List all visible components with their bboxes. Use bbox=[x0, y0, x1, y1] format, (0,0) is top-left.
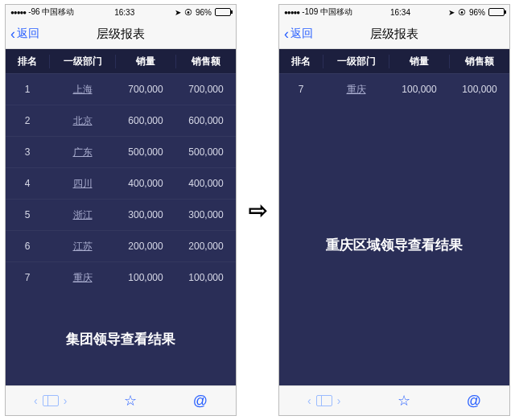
col-header-amt: 销售额 bbox=[175, 55, 236, 68]
nav-bar: ‹ 返回 层级报表 bbox=[279, 19, 509, 49]
arrow-icon: ⇨ bbox=[241, 197, 274, 224]
tabs-icon bbox=[43, 395, 59, 406]
cell-amt: 400,000 bbox=[175, 178, 236, 189]
col-header-rank: 排名 bbox=[279, 55, 323, 68]
col-header-dept: 一级部门 bbox=[49, 55, 115, 68]
table-row[interactable]: 6江苏200,000200,000 bbox=[6, 230, 236, 261]
cell-amt: 600,000 bbox=[175, 115, 236, 126]
toolbar-left[interactable]: ‹ › bbox=[307, 394, 340, 407]
alarm-icon: ⦿ bbox=[458, 8, 466, 17]
back-button[interactable]: ‹ 返回 bbox=[10, 27, 39, 41]
battery-percent: 96% bbox=[196, 8, 212, 17]
star-button[interactable]: ☆ bbox=[124, 392, 137, 410]
status-left: ●●●●● -96 中国移动 bbox=[10, 6, 74, 18]
cell-qty: 500,000 bbox=[115, 146, 175, 158]
table-body[interactable]: 7重庆100,000100,000 bbox=[279, 73, 509, 105]
back-label: 返回 bbox=[290, 27, 313, 41]
table-row[interactable]: 5浙江300,000300,000 bbox=[6, 199, 236, 230]
battery-icon bbox=[215, 8, 231, 16]
table-row[interactable]: 4四川400,000400,000 bbox=[6, 167, 236, 199]
carrier-text: -96 中国移动 bbox=[28, 6, 74, 18]
cell-amt: 300,000 bbox=[175, 209, 236, 220]
signal-dots-icon: ●●●●● bbox=[284, 9, 299, 16]
table-row[interactable]: 3广东500,000500,000 bbox=[6, 136, 236, 167]
col-header-rank: 排名 bbox=[6, 55, 49, 68]
caption: 重庆区域领导查看结果 bbox=[279, 105, 509, 385]
chevron-right-icon: › bbox=[337, 394, 341, 407]
battery-icon bbox=[488, 8, 505, 16]
col-header-dept: 一级部门 bbox=[323, 55, 389, 68]
cell-amt: 700,000 bbox=[175, 84, 236, 95]
cell-dept-link[interactable]: 重庆 bbox=[323, 83, 389, 97]
phone-left: ●●●●● -96 中国移动 16:33 ➤ ⦿ 96% ‹ 返回 层级报表 排… bbox=[5, 4, 237, 416]
toolbar-left[interactable]: ‹ › bbox=[34, 394, 67, 407]
content: 排名 一级部门 销量 销售额 7重庆100,000100,000 重庆区域领导查… bbox=[279, 49, 509, 385]
cell-amt: 100,000 bbox=[449, 84, 509, 95]
cell-rank: 7 bbox=[279, 84, 323, 95]
page-title: 层级报表 bbox=[97, 27, 145, 42]
status-left: ●●●●● -109 中国移动 bbox=[284, 6, 352, 18]
cell-qty: 400,000 bbox=[115, 178, 175, 189]
status-time: 16:34 bbox=[390, 8, 410, 17]
phone-right: ●●●●● -109 中国移动 16:34 ➤ ⦿ 96% ‹ 返回 层级报表 … bbox=[278, 4, 510, 416]
cell-dept-link[interactable]: 江苏 bbox=[49, 240, 115, 253]
at-button[interactable]: @ bbox=[467, 393, 481, 410]
cell-dept-link[interactable]: 重庆 bbox=[49, 271, 115, 285]
cell-qty: 100,000 bbox=[115, 272, 175, 283]
cell-rank: 1 bbox=[6, 84, 49, 95]
table-header: 排名 一级部门 销量 销售额 bbox=[6, 49, 236, 73]
tabs-icon bbox=[316, 395, 332, 406]
at-button[interactable]: @ bbox=[193, 393, 208, 410]
chevron-left-icon: ‹ bbox=[10, 27, 15, 41]
status-bar: ●●●●● -109 中国移动 16:34 ➤ ⦿ 96% bbox=[279, 5, 509, 19]
table-row[interactable]: 7重庆100,000100,000 bbox=[6, 261, 236, 293]
cell-rank: 5 bbox=[6, 209, 49, 220]
chevron-left-icon: ‹ bbox=[307, 394, 311, 407]
cell-dept-link[interactable]: 北京 bbox=[49, 114, 115, 128]
cell-rank: 4 bbox=[6, 178, 49, 189]
content: 排名 一级部门 销量 销售额 1上海700,000700,0002北京600,0… bbox=[6, 49, 236, 385]
nav-bar: ‹ 返回 层级报表 bbox=[6, 19, 236, 49]
chevron-left-icon: ‹ bbox=[284, 27, 289, 41]
back-label: 返回 bbox=[17, 27, 39, 41]
cell-qty: 300,000 bbox=[115, 209, 175, 220]
table-header: 排名 一级部门 销量 销售额 bbox=[279, 49, 509, 73]
carrier-text: -109 中国移动 bbox=[302, 6, 352, 18]
cell-qty: 100,000 bbox=[389, 84, 449, 95]
cell-rank: 3 bbox=[6, 146, 49, 158]
cell-qty: 700,000 bbox=[115, 84, 175, 95]
signal-dots-icon: ●●●●● bbox=[10, 9, 26, 16]
status-bar: ●●●●● -96 中国移动 16:33 ➤ ⦿ 96% bbox=[6, 5, 236, 19]
cell-rank: 2 bbox=[6, 115, 49, 126]
caption: 集团领导查看结果 bbox=[6, 293, 236, 385]
battery-percent: 96% bbox=[469, 8, 485, 17]
col-header-amt: 销售额 bbox=[449, 55, 509, 68]
cell-qty: 600,000 bbox=[115, 115, 175, 126]
toolbar: ‹ › ☆ @ bbox=[279, 385, 509, 415]
status-time: 16:33 bbox=[114, 8, 134, 17]
table-row[interactable]: 1上海700,000700,000 bbox=[6, 73, 236, 105]
alarm-icon: ⦿ bbox=[184, 8, 192, 17]
cell-dept-link[interactable]: 浙江 bbox=[49, 208, 115, 222]
cell-dept-link[interactable]: 上海 bbox=[49, 83, 115, 97]
table-row[interactable]: 7重庆100,000100,000 bbox=[279, 73, 509, 105]
cell-amt: 100,000 bbox=[175, 272, 236, 283]
page-title: 层级报表 bbox=[370, 27, 418, 42]
cell-rank: 7 bbox=[6, 272, 49, 283]
back-button[interactable]: ‹ 返回 bbox=[284, 27, 313, 41]
status-right: ➤ ⦿ 96% bbox=[175, 8, 231, 17]
table-row[interactable]: 2北京600,000600,000 bbox=[6, 105, 236, 136]
location-icon: ➤ bbox=[448, 8, 455, 17]
chevron-right-icon: › bbox=[64, 394, 68, 407]
status-right: ➤ ⦿ 96% bbox=[448, 8, 505, 17]
location-icon: ➤ bbox=[175, 8, 181, 17]
cell-dept-link[interactable]: 四川 bbox=[49, 177, 115, 191]
chevron-left-icon: ‹ bbox=[34, 394, 38, 407]
star-button[interactable]: ☆ bbox=[398, 392, 410, 410]
cell-dept-link[interactable]: 广东 bbox=[49, 146, 115, 159]
cell-amt: 200,000 bbox=[175, 241, 236, 252]
table-body[interactable]: 1上海700,000700,0002北京600,000600,0003广东500… bbox=[6, 73, 236, 293]
app-container: ●●●●● -96 中国移动 16:33 ➤ ⦿ 96% ‹ 返回 层级报表 排… bbox=[0, 0, 515, 420]
toolbar: ‹ › ☆ @ bbox=[6, 385, 236, 415]
col-header-qty: 销量 bbox=[115, 55, 175, 68]
